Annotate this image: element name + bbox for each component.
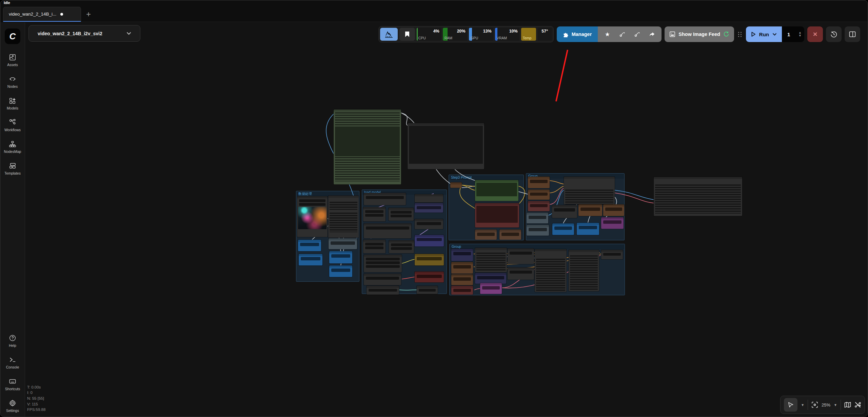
minimap-button[interactable] [844,402,851,408]
graph-node[interactable] [528,201,550,211]
sidebar-item-shortcuts[interactable]: Shortcuts [5,378,20,391]
graph-node[interactable] [577,223,599,235]
comfyui-logo-icon[interactable]: C [5,28,20,44]
chevron-down-icon [126,32,131,35]
toolbar-drag-handle[interactable] [737,32,743,37]
graph-node[interactable] [527,225,549,236]
graph-node[interactable] [364,255,402,272]
sidebar-item-workflows[interactable]: Workflows [4,119,21,132]
graph-node[interactable] [528,177,550,188]
sidebar-item-nodes[interactable]: Nodes [7,75,18,88]
sidebar-item-settings[interactable]: Settings [6,399,19,413]
graph-node[interactable] [552,223,574,235]
graph-node[interactable] [415,272,444,282]
batch-count-stepper[interactable]: ▲▼ [798,31,802,37]
graph-node[interactable] [475,180,518,201]
resource-monitor-button[interactable] [380,28,398,41]
run-button[interactable]: Run [746,26,782,42]
sidebar-item-help[interactable]: Help [9,334,16,348]
graph-node[interactable] [654,177,742,216]
graph-node[interactable] [367,286,399,295]
graph-node[interactable] [475,230,497,240]
graph-node[interactable] [451,274,473,285]
workflow-selector[interactable]: video_wan2_2_14B_i2v_svi2 [28,25,140,42]
toggle-links-button[interactable] [854,401,861,408]
graph-node[interactable] [298,240,321,251]
history-button[interactable] [826,26,842,42]
graph-node[interactable] [389,240,414,253]
graph-node[interactable] [480,283,502,294]
graph-node[interactable] [527,213,548,223]
graph-node[interactable] [508,249,534,264]
sidebar-item-templates[interactable]: Templates [4,162,21,175]
manager-button[interactable]: Manager [557,26,598,42]
alert-icon-2[interactable] [630,27,644,41]
batch-count-input[interactable]: 1 ▲▼ [782,26,804,42]
bookmark-button[interactable] [399,28,415,41]
pointer-tool-button[interactable] [784,398,797,412]
graph-node[interactable] [389,208,414,221]
cancel-button[interactable]: ✕ [807,26,823,42]
zoom-level-value[interactable]: 25% [822,402,830,408]
share-icon[interactable] [645,27,659,41]
graph-node[interactable] [415,219,443,229]
graph-node[interactable] [329,251,352,263]
graph-node[interactable] [451,262,473,274]
graph-node[interactable] [528,190,550,200]
sidebar-item-assets[interactable]: Assets [7,54,18,67]
graph-node[interactable] [408,123,484,169]
graph-node[interactable] [364,193,406,205]
graph-node[interactable] [475,273,506,284]
graph-node[interactable] [535,249,567,292]
graph-node[interactable] [415,235,444,246]
graph-node[interactable] [334,110,401,184]
graph-node[interactable] [475,248,507,272]
sidebar-item-nodesmap[interactable]: NodesMap [4,140,21,154]
graph-node[interactable] [415,203,443,213]
graph-node[interactable] [451,286,473,295]
graph-node[interactable] [363,240,386,253]
graph-node[interactable] [451,249,473,261]
graph-node[interactable] [363,207,386,221]
star-icon[interactable]: ★ [600,27,614,41]
pointer-tool-chevron-icon[interactable]: ▼ [801,403,804,407]
fit-view-button[interactable] [811,401,818,408]
graph-node[interactable] [601,217,624,229]
graph-node[interactable] [603,204,624,216]
graph-canvas[interactable]: CPU 4% RAM 20% GPU 13% VRAM 10% [25,22,868,417]
graph-node[interactable] [328,196,359,238]
workflow-tab[interactable]: video_wan2_2_14B_i... [3,7,81,22]
side-panel-toggle-button[interactable] [845,26,860,42]
graph-node[interactable] [329,238,357,249]
assets-icon [9,54,16,61]
cpu-usage-fill [417,28,418,41]
graph-node[interactable] [569,250,599,291]
graph-node[interactable] [364,223,411,238]
graph-node[interactable] [564,177,615,204]
node-widget [301,257,320,260]
graph-node[interactable] [578,204,602,216]
alert-icon-1[interactable] [615,27,629,41]
graph-node[interactable] [552,205,577,218]
graph-node[interactable] [499,230,521,240]
graph-node[interactable] [475,203,519,227]
graph-node[interactable] [299,254,322,265]
graph-node[interactable] [450,182,462,188]
node-widget [453,289,471,292]
graph-node[interactable] [508,267,534,280]
graph-node[interactable] [297,196,328,237]
new-tab-button[interactable]: + [81,7,96,22]
show-image-feed-button[interactable]: Show Image Feed [665,26,734,42]
node-link [401,113,408,126]
node-widget [366,265,400,268]
sidebar-item-console[interactable]: Console [6,356,19,369]
graph-node[interactable] [415,194,443,202]
sidebar-item-models[interactable]: Models [7,97,18,110]
node-widget [530,204,548,207]
graph-node[interactable] [601,250,623,259]
graph-node[interactable] [364,274,401,285]
graph-node[interactable] [417,286,438,294]
zoom-chevron-icon[interactable]: ▼ [834,403,837,407]
graph-node[interactable] [329,265,352,277]
graph-node[interactable] [415,254,444,265]
